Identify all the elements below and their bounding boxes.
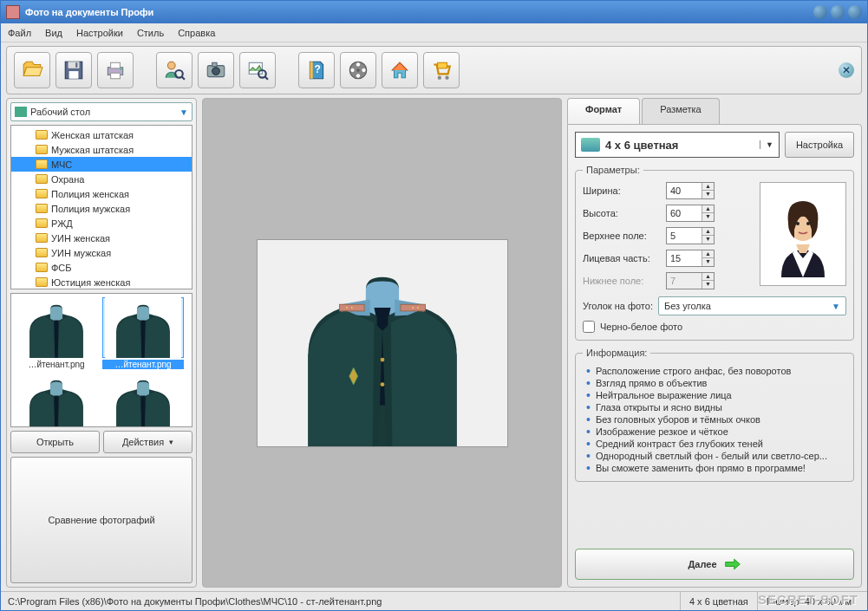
menu-style[interactable]: Стиль bbox=[137, 28, 164, 38]
menu-settings[interactable]: Настройки bbox=[76, 28, 123, 38]
svg-rect-3 bbox=[75, 62, 77, 67]
svg-rect-25 bbox=[438, 62, 447, 68]
svg-rect-2 bbox=[69, 71, 79, 79]
sample-portrait bbox=[760, 182, 846, 286]
format-settings-button[interactable]: Настройка bbox=[785, 132, 854, 158]
toolbar-close-icon[interactable]: ✕ bbox=[839, 62, 854, 78]
compare-button[interactable]: Сравнение фотографий bbox=[10, 457, 193, 584]
folder-icon bbox=[36, 218, 48, 228]
open-folder-button[interactable] bbox=[14, 52, 50, 88]
person-search-button[interactable] bbox=[156, 52, 193, 88]
top-margin-spinner[interactable]: ▲▼ bbox=[666, 227, 715, 244]
tree-item[interactable]: Полиция женская bbox=[11, 186, 192, 201]
thumbnail[interactable]: 12 - майор.png bbox=[101, 373, 185, 427]
svg-rect-1 bbox=[69, 62, 80, 68]
thumbnail[interactable]: …йтенант.png bbox=[15, 297, 98, 369]
bw-checkbox[interactable] bbox=[583, 321, 595, 333]
floppy-icon bbox=[62, 59, 85, 81]
thumbnail[interactable]: …йтенант.png bbox=[101, 297, 185, 369]
chevron-down-icon: ▼ bbox=[760, 140, 773, 149]
thumbnail[interactable]: … капитан.png bbox=[15, 373, 98, 427]
menu-view[interactable]: Вид bbox=[45, 28, 62, 38]
tree-item[interactable]: Женская штатская bbox=[11, 127, 192, 142]
folder-open-icon bbox=[21, 59, 43, 81]
format-combo[interactable]: 4 x 6 цветная ▼ bbox=[575, 132, 780, 158]
close-button[interactable] bbox=[848, 5, 862, 19]
tab-layout[interactable]: Разметка bbox=[642, 98, 720, 124]
maximize-button[interactable] bbox=[831, 5, 845, 19]
svg-point-41 bbox=[380, 357, 384, 361]
home-button[interactable] bbox=[382, 52, 418, 88]
folder-icon bbox=[36, 174, 48, 184]
watermark: SECRET-SOFT bbox=[758, 592, 858, 607]
thumbnail-grid[interactable]: …йтенант.png…йтенант.png… капитан.png12 … bbox=[10, 293, 193, 427]
tree-item[interactable]: УИН женская bbox=[11, 231, 192, 245]
svg-rect-13 bbox=[212, 62, 217, 66]
parameters-legend: Параметры: bbox=[583, 165, 643, 175]
svg-point-24 bbox=[356, 68, 359, 71]
home-icon bbox=[388, 59, 411, 81]
format-icon bbox=[581, 138, 600, 152]
info-legend: Информация: bbox=[583, 348, 650, 358]
chevron-down-icon: ▼ bbox=[179, 107, 188, 117]
tree-item[interactable]: ФСБ bbox=[11, 260, 192, 275]
menu-file[interactable]: Файл bbox=[8, 28, 31, 38]
svg-point-8 bbox=[167, 62, 175, 69]
window-title: Фото на документы Профи bbox=[25, 7, 810, 17]
minimize-button[interactable] bbox=[813, 5, 827, 19]
svg-point-37 bbox=[346, 307, 348, 309]
folder-icon bbox=[36, 130, 48, 140]
info-item: Взгляд прямо в объектив bbox=[586, 377, 846, 389]
bottom-margin-spinner: ▲▼ bbox=[666, 272, 715, 289]
tree-item[interactable]: Мужская штатская bbox=[11, 142, 192, 157]
tree-item[interactable]: РЖД bbox=[11, 216, 192, 231]
open-button[interactable]: Открыть bbox=[10, 431, 100, 453]
tree-item[interactable]: Охрана bbox=[11, 172, 192, 186]
menu-help[interactable]: Справка bbox=[178, 28, 215, 38]
camera-button[interactable] bbox=[198, 52, 234, 88]
info-item: Изображение резкое и чёткое bbox=[586, 426, 846, 438]
tree-item[interactable]: МЧС bbox=[11, 157, 192, 172]
save-button[interactable] bbox=[55, 52, 92, 88]
info-group: Информация: Расположение строго анфас, б… bbox=[575, 348, 854, 482]
video-button[interactable] bbox=[340, 52, 376, 88]
tree-item[interactable]: Юстиция женская bbox=[11, 275, 192, 289]
next-button[interactable]: Далее bbox=[575, 549, 854, 580]
width-spinner[interactable]: ▲▼ bbox=[666, 182, 715, 199]
info-item: Расположение строго анфас, без поворотов bbox=[586, 365, 846, 377]
info-item: Без головных уборов и тёмных очков bbox=[586, 413, 846, 426]
bw-label: Черно-белое фото bbox=[600, 322, 682, 332]
photo-zoom-button[interactable] bbox=[239, 52, 276, 88]
right-panel: Формат Разметка 4 x 6 цветная ▼ Настройк… bbox=[567, 98, 862, 588]
camera-icon bbox=[205, 59, 227, 81]
svg-line-10 bbox=[182, 77, 185, 80]
folder-tree[interactable]: Женская штатскаяМужская штатскаяМЧСОхран… bbox=[10, 125, 193, 289]
film-reel-icon bbox=[347, 59, 369, 81]
printer-icon bbox=[104, 59, 127, 81]
svg-point-42 bbox=[380, 382, 384, 387]
print-button[interactable] bbox=[97, 52, 134, 88]
svg-line-16 bbox=[265, 77, 268, 80]
tree-item[interactable]: Полиция мужская bbox=[11, 201, 192, 216]
face-spinner[interactable]: ▲▼ bbox=[666, 250, 715, 267]
uniform-image bbox=[258, 240, 507, 446]
portrait-icon bbox=[768, 191, 838, 277]
tree-item[interactable]: УИН мужская bbox=[11, 245, 192, 260]
svg-point-45 bbox=[796, 222, 799, 225]
cart-button[interactable] bbox=[423, 52, 460, 88]
info-list: Расположение строго анфас, без поворотов… bbox=[583, 365, 846, 474]
corner-label: Уголок на фото: bbox=[583, 301, 653, 311]
parameters-group: Параметры: Ширина:▲▼ Высота:▲▼ Верхнее п… bbox=[575, 165, 854, 341]
location-combo[interactable]: Рабочий стол ▼ bbox=[10, 102, 193, 121]
corner-combo[interactable]: Без уголка ▼ bbox=[658, 296, 846, 315]
height-spinner[interactable]: ▲▼ bbox=[666, 205, 715, 222]
status-path: C:\Program Files (x86)\Фото на документы… bbox=[8, 592, 681, 610]
actions-button[interactable]: Действия bbox=[103, 431, 193, 453]
svg-point-20 bbox=[356, 62, 360, 66]
svg-text:?: ? bbox=[314, 63, 320, 75]
tab-format[interactable]: Формат bbox=[567, 98, 640, 124]
toolbar: ? ✕ bbox=[6, 46, 862, 94]
svg-point-7 bbox=[120, 68, 121, 70]
statusbar: C:\Program Files (x86)\Фото на документы… bbox=[1, 591, 867, 610]
help-book-button[interactable]: ? bbox=[298, 52, 335, 88]
